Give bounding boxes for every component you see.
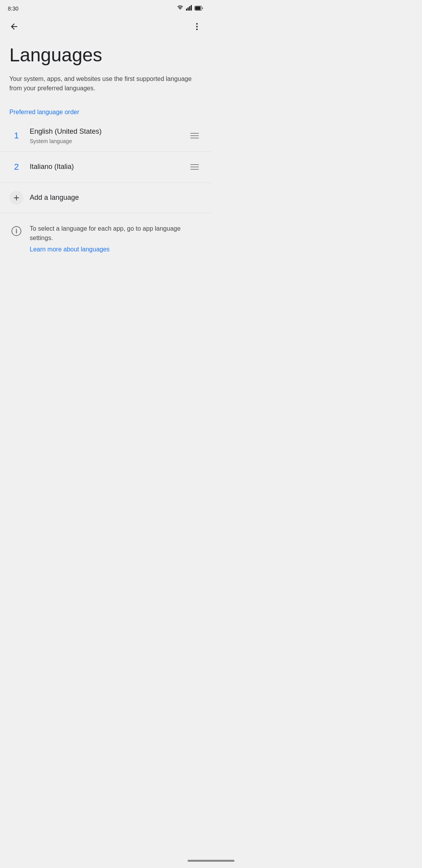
info-content: To select a language for each app, go to…	[30, 224, 202, 253]
status-bar: 8:30	[0, 0, 211, 16]
drag-line	[190, 133, 199, 134]
back-arrow-icon	[9, 22, 19, 31]
language-info-2: Italiano (Italia)	[30, 162, 188, 171]
svg-point-8	[196, 29, 198, 30]
drag-lines-1	[190, 133, 199, 138]
learn-more-link[interactable]: Learn more about languages	[30, 246, 110, 253]
info-icon	[9, 224, 23, 238]
drag-line	[190, 167, 199, 167]
language-list: 1 English (United States) System languag…	[0, 120, 211, 213]
section-header: Preferred language order	[0, 106, 211, 120]
status-time: 8:30	[8, 5, 18, 12]
signal-icon	[186, 5, 192, 12]
add-language-label: Add a language	[30, 194, 79, 202]
svg-rect-3	[191, 5, 192, 11]
language-name-2: Italiano (Italia)	[30, 162, 188, 171]
svg-point-7	[196, 26, 198, 27]
drag-line	[190, 164, 199, 165]
language-info-1: English (United States) System language	[30, 127, 188, 144]
drag-line	[190, 135, 199, 136]
more-options-icon	[192, 22, 202, 31]
add-language-item[interactable]: Add a language	[0, 183, 211, 213]
back-button[interactable]	[6, 19, 22, 34]
drag-handle-1[interactable]	[188, 129, 202, 143]
info-text: To select a language for each app, go to…	[30, 224, 202, 243]
preferred-language-order-link[interactable]: Preferred language order	[9, 109, 79, 115]
drag-line	[190, 138, 199, 138]
info-section: To select a language for each app, go to…	[0, 213, 211, 261]
language-number-2: 2	[9, 162, 23, 172]
svg-rect-1	[188, 7, 189, 11]
svg-rect-0	[186, 9, 187, 11]
add-icon	[12, 194, 21, 202]
language-name-1: English (United States)	[30, 127, 188, 136]
language-item-1[interactable]: 1 English (United States) System languag…	[0, 120, 211, 152]
page-title-area: Languages Your system, apps, and website…	[0, 38, 211, 106]
battery-icon	[195, 5, 203, 12]
wifi-icon	[177, 5, 184, 12]
page-title: Languages	[9, 44, 202, 66]
language-sublabel-1: System language	[30, 138, 188, 144]
drag-lines-2	[190, 164, 199, 170]
svg-rect-2	[189, 6, 190, 11]
language-item-2[interactable]: 2 Italiano (Italia)	[0, 152, 211, 183]
add-language-icon-circle	[9, 191, 23, 205]
status-icons	[177, 5, 203, 12]
page-description: Your system, apps, and websites use the …	[9, 74, 202, 93]
drag-line	[190, 169, 199, 170]
top-navigation	[0, 16, 211, 38]
language-number-1: 1	[9, 131, 23, 141]
svg-point-6	[196, 23, 198, 25]
svg-rect-5	[195, 7, 201, 10]
more-options-button[interactable]	[189, 19, 205, 34]
drag-handle-2[interactable]	[188, 160, 202, 174]
